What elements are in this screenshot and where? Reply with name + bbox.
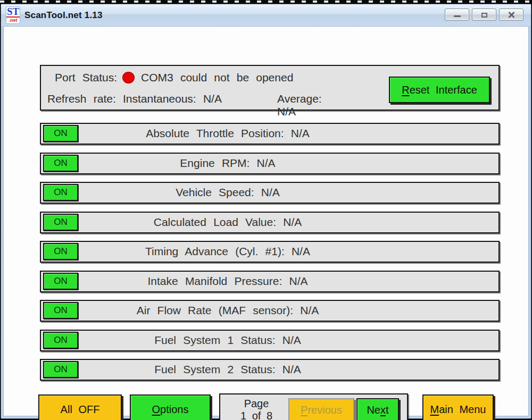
sensor-row: ON Engine RPM: N/A (40, 153, 500, 174)
sensor-row: ON Intake Manifold Pressure: N/A (40, 271, 500, 292)
page-position: 1 of 8 (228, 410, 285, 420)
sensor-row: ON Air Flow Rate (MAF sensor): N/A (40, 300, 500, 322)
page-navigation-panel: Page 1 of 8 Previous Next (219, 393, 408, 420)
app-icon: ST .net (6, 6, 20, 24)
maximize-icon (481, 13, 487, 18)
main-menu-button[interactable]: Main Menu (422, 394, 494, 420)
sensor-label: Fuel System 2 Status: N/A (41, 360, 498, 380)
screen: ST .net ScanTool.net 1.13 Port Status: C… (0, 0, 532, 420)
reset-interface-button[interactable]: Reset Interface (389, 77, 490, 103)
sensor-row: ON Fuel System 1 Status: N/A (40, 330, 500, 351)
sensor-label: Timing Advance (Cyl. #1): N/A (41, 242, 498, 262)
port-status-line: Port Status: COM3 could not be opened (55, 71, 293, 84)
close-button[interactable] (499, 9, 523, 21)
sensor-row: ON Timing Advance (Cyl. #1): N/A (40, 241, 500, 263)
sensor-label: Calculated Load Value: N/A (41, 213, 498, 232)
page-indicator: Page 1 of 8 (228, 398, 285, 420)
minimize-icon (454, 15, 461, 17)
port-status-message: COM3 could not be opened (141, 71, 293, 84)
window-controls (445, 9, 523, 21)
sensor-label: Engine RPM: N/A (41, 154, 498, 173)
sensor-row: ON Absolute Throttle Position: N/A (40, 123, 500, 145)
page-word: Page (228, 398, 285, 410)
refresh-rate-label: Refresh rate: Instantaneous: (47, 93, 196, 105)
sensor-label: Vehicle Speed: N/A (41, 183, 498, 203)
sensor-row: ON Fuel System 2 Status: N/A (40, 359, 500, 381)
close-icon (508, 11, 515, 19)
sensor-label: Fuel System 1 Status: N/A (41, 331, 498, 350)
sensor-row: ON Vehicle Speed: N/A (40, 182, 500, 204)
all-off-button[interactable]: All OFF (38, 394, 122, 420)
average-label: Average: (277, 93, 322, 105)
options-button[interactable]: Options (130, 394, 211, 420)
app-icon-net-text: .net (6, 18, 20, 23)
refresh-rate-line: Refresh rate: Instantaneous: N/A Average… (47, 93, 222, 105)
instantaneous-value: N/A (203, 93, 222, 105)
minimize-button[interactable] (445, 9, 469, 21)
port-status-label: Port Status: (55, 71, 117, 84)
film-strip-artifact (0, 0, 532, 4)
maximize-button[interactable] (472, 9, 496, 21)
sensor-row: ON Calculated Load Value: N/A (40, 212, 500, 233)
port-status-panel: Port Status: COM3 could not be opened Re… (40, 65, 500, 111)
app-icon-st-text: ST (6, 7, 20, 18)
client-area: Port Status: COM3 could not be opened Re… (3, 26, 529, 416)
title-bar[interactable]: ST .net ScanTool.net 1.13 (1, 4, 531, 26)
average-value: N/A (277, 105, 296, 117)
port-status-led-icon (122, 72, 135, 83)
previous-page-button[interactable]: Previous (288, 398, 354, 420)
sensor-label: Absolute Throttle Position: N/A (41, 124, 498, 144)
sensor-label: Air Flow Rate (MAF sensor): N/A (41, 301, 498, 321)
sensor-label: Intake Manifold Pressure: N/A (41, 272, 498, 291)
next-page-button[interactable]: Next (356, 398, 399, 420)
window-title: ScanTool.net 1.13 (24, 10, 103, 21)
app-window: ST .net ScanTool.net 1.13 Port Status: C… (1, 4, 531, 419)
